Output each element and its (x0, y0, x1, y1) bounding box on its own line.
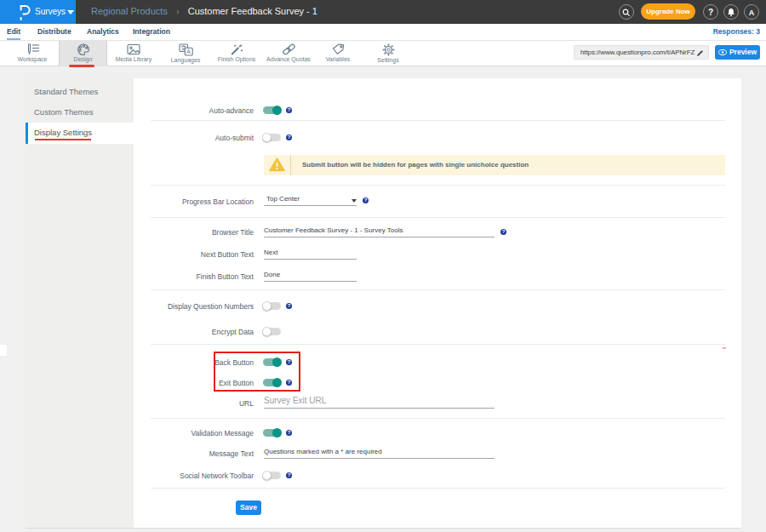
svg-text:A: A (186, 49, 191, 54)
